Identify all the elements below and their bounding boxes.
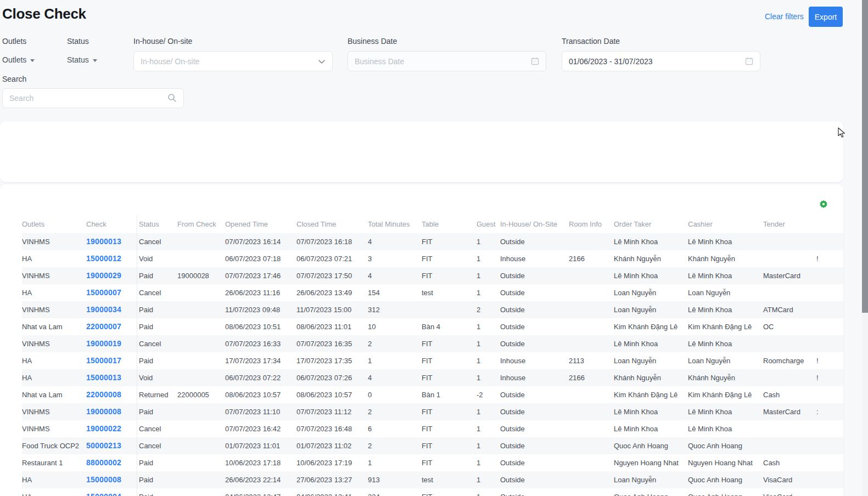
cell-clipped [816,233,824,250]
check-number-link[interactable]: 50000213 [86,441,121,450]
check-number-link[interactable]: 15000008 [86,475,121,484]
cell-status: Paid [137,352,177,369]
inhouse-select[interactable]: In-house/ On-site [133,51,333,71]
status-dropdown-value: Status [67,55,89,64]
check-number-link[interactable]: 19000013 [86,237,121,246]
check-number-link[interactable]: 22000008 [86,390,121,399]
cell-opened-time: 17/07/2023 17:34 [225,352,296,369]
check-number-link[interactable]: 15000017 [86,356,121,365]
cell-cashier: Nguyen Hoang Nhat [688,454,763,471]
gear-icon[interactable] [819,200,830,211]
cell-inhouse-onsite: Outside [500,318,569,335]
cell-inhouse-onsite: Outside [500,284,569,301]
business-date-placeholder: Business Date [355,57,404,66]
cell-table: FIT [422,250,466,267]
cell-clipped: : [816,403,824,420]
cell-opened-time: 26/06/2023 11:16 [225,284,296,301]
cell-order-taker: Kim Khánh Đặng Lê [614,386,688,403]
column-header-closed-time: Closed Time [296,215,368,233]
cell-room-info [569,301,614,318]
cell-closed-time: 26/06/2023 13:49 [296,284,368,301]
cell-from-check [177,352,225,369]
table-row: VINHMS19000022Cancel07/07/2023 16:4207/0… [22,420,843,437]
cell-cashier: Loan Nguyễn [688,284,763,301]
cell-from-check [177,318,225,335]
clear-filters-link[interactable]: Clear filters [765,12,804,21]
cell-guest: 1 [466,369,500,386]
column-header-opened-time: Opened Time [225,215,296,233]
cell-clipped [816,335,824,352]
cell-check: 15000008 [86,471,137,488]
cell-from-check [177,454,225,471]
table-row: VINHMS19000019Cancel07/07/2023 16:3307/0… [22,335,843,352]
column-header-from-check: From Check [177,215,225,233]
cell-room-info [569,284,614,301]
cell-order-taker: Lê Minh Khoa [614,233,688,250]
cell-guest: 1 [466,318,500,335]
search-input[interactable] [2,88,184,108]
business-date-input[interactable]: Business Date [348,51,546,71]
check-number-link[interactable]: 22000007 [86,322,121,331]
cell-from-check [177,233,225,250]
check-number-link[interactable]: 19000022 [86,424,121,433]
check-number-link[interactable]: 19000008 [86,407,121,416]
cell-inhouse-onsite: Outside [500,301,569,318]
column-header-order-taker: Order Taker [614,215,688,233]
table-row: VINHMS19000029Paid1900002807/07/2023 17:… [22,267,843,284]
cell-tender: VisaCard [763,471,816,488]
calendar-icon[interactable] [745,57,753,65]
cell-outlets: Food Truck OCP2 [22,437,86,454]
check-number-link[interactable]: 19000019 [86,339,121,348]
cell-clipped [816,267,824,284]
transaction-date-input[interactable]: 01/06/2023 - 31/07/2023 [562,51,760,71]
vertical-scrollbar-thumb[interactable] [862,0,868,313]
check-number-link[interactable]: 15000013 [86,373,121,382]
cell-status: Returned [137,386,177,403]
cell-closed-time: 07/07/2023 11:12 [296,403,368,420]
cell-opened-time: 08/06/2023 10:57 [225,386,296,403]
cell-outlets: HA [22,284,86,301]
cell-guest: 1 [466,352,500,369]
cell-room-info [569,335,614,352]
chevron-down-icon [318,58,326,65]
cell-clipped: ! [816,250,824,267]
cell-opened-time: 07/07/2023 11:10 [225,403,296,420]
cell-order-taker: Khánh Nguyễn [614,250,688,267]
cell-status: Paid [137,267,177,284]
calendar-icon[interactable] [531,57,539,65]
status-dropdown[interactable]: Status [67,55,97,64]
cell-room-info: 2166 [569,369,614,386]
cell-total-minutes: 913 [368,471,422,488]
cell-room-info [569,488,614,496]
cell-room-info [569,318,614,335]
business-date-filter-label: Business Date [348,37,397,46]
check-number-link[interactable]: 88000002 [86,458,121,467]
cell-room-info [569,403,614,420]
cell-table [422,301,466,318]
cell-opened-time: 07/07/2023 16:14 [225,233,296,250]
check-number-link[interactable]: 19000029 [86,271,121,280]
cell-from-check [177,403,225,420]
cell-cashier: Lê Minh Khoa [688,403,763,420]
check-number-link[interactable]: 15000004 [86,492,121,496]
export-button[interactable]: Export [809,7,843,27]
cell-status: Cancel [137,284,177,301]
cell-cashier: Lê Minh Khoa [688,335,763,352]
cell-opened-time: 04/06/2023 13:47 [225,488,296,496]
check-number-link[interactable]: 15000012 [86,254,121,263]
cell-status: Cancel [137,437,177,454]
cell-from-check: 19000028 [177,267,225,284]
cell-from-check [177,284,225,301]
cell-outlets: Nhat va Lam [22,318,86,335]
check-number-link[interactable]: 15000007 [86,288,121,297]
cell-order-taker: Lê Minh Khoa [614,403,688,420]
cell-room-info [569,233,614,250]
column-header-check: Check [86,215,137,233]
cell-room-info: 2113 [569,352,614,369]
cell-closed-time: 06/07/2023 07:21 [296,250,368,267]
cell-total-minutes: 2 [368,403,422,420]
table-row: HA15000012Void06/07/2023 07:1806/07/2023… [22,250,843,267]
outlets-dropdown[interactable]: Outlets [2,55,35,64]
cell-guest: 1 [466,267,500,284]
check-number-link[interactable]: 19000034 [86,305,121,314]
